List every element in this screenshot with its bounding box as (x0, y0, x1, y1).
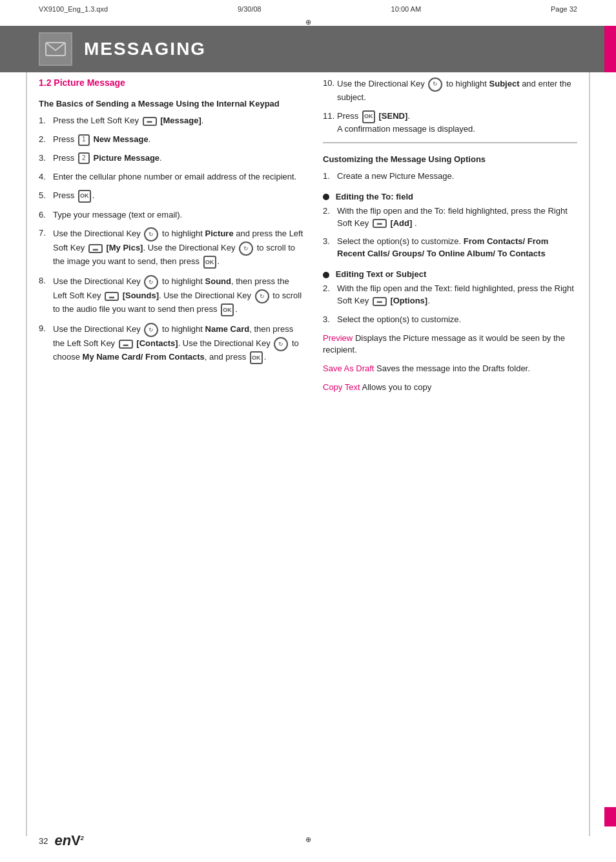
step-num: 11. (323, 110, 337, 123)
edge-line-right (589, 26, 590, 836)
step-num: 1. (39, 115, 53, 127)
dir-icon: ↻ (274, 337, 288, 351)
customize-steps: 1. Create a new Picture Message. (323, 170, 577, 183)
ok-icon: OK (362, 110, 375, 123)
step-num: 3. (323, 236, 337, 248)
step-content: Type your message (text or email). (53, 209, 303, 221)
list-item: 1. Create a new Picture Message. (323, 170, 577, 183)
step-content: With the flip open and the Text: field h… (337, 283, 577, 307)
envelope-icon (45, 41, 66, 57)
step-content: Use the Directional Key ↻ to highlight S… (53, 275, 303, 316)
left-steps-list: 1. Press the Left Soft Key ▬ [Message]. … (39, 115, 303, 364)
file-time: 10:00 AM (391, 5, 421, 13)
option-label: Save As Draft (323, 364, 374, 373)
num2-icon: 2 (78, 152, 90, 164)
bullet-dot (323, 272, 329, 278)
step-content: Use the Directional Key ↻ to highlight S… (337, 77, 577, 104)
list-item: 2. With the flip open and the To: field … (323, 205, 577, 230)
step-num: 5. (39, 190, 53, 202)
dir-icon: ↻ (144, 275, 158, 289)
step-content: Enter the cellular phone number or email… (53, 171, 303, 183)
file-info-bar: VX9100_Eng_1.3.qxd 9/30/08 10:00 AM Page… (39, 5, 577, 13)
dir-icon: ↻ (144, 323, 158, 337)
option-preview: Preview Displays the Picture message as … (323, 333, 577, 357)
step-num: 1. (323, 170, 337, 183)
bullet-section-to-field: Editing the To: field (323, 192, 577, 201)
list-item: 2. With the flip open and the Text: fiel… (323, 283, 577, 307)
ok-icon: OK (78, 190, 91, 203)
dir-icon: ↻ (428, 77, 442, 92)
option-label: Copy Text (323, 382, 360, 392)
dir-icon: ↻ (255, 289, 269, 303)
option-copy-text: Copy Text Allows you to copy (323, 382, 577, 394)
subsection-title: The Basics of Sending a Message Using th… (39, 98, 303, 110)
step-content: Press 1 New Message. (53, 134, 303, 146)
list-item: 7. Use the Directional Key ↻ to highligh… (39, 227, 303, 269)
step-num: 9. (39, 323, 53, 335)
softkey-icon: ▬ (105, 292, 119, 301)
step-num: 3. (39, 152, 53, 165)
step-num: 10. (323, 77, 337, 90)
step-content: Press OK. (53, 190, 303, 203)
list-item: 5. Press OK. (39, 190, 303, 203)
list-item: 6. Type your message (text or email). (39, 209, 303, 221)
header-icon-box (39, 32, 72, 66)
option-description: Saves the message into the Drafts folder… (376, 364, 530, 373)
list-item: 3. Select the option(s) to customize. (323, 314, 577, 326)
step-content: Create a new Picture Message. (337, 170, 577, 183)
step-num: 2. (39, 134, 53, 146)
step-num: 4. (39, 171, 53, 183)
step-content: Press 2 Picture Message. (53, 152, 303, 165)
step-num: 2. (323, 283, 337, 295)
list-item: 1. Press the Left Soft Key ▬ [Message]. (39, 115, 303, 127)
step-content: Select the option(s) to customize. From … (337, 236, 577, 260)
bullet-section-text: Editing Text or Subject (323, 269, 577, 279)
list-item: 3. Press 2 Picture Message. (39, 152, 303, 165)
num1-icon: 1 (78, 134, 90, 146)
option-description: Displays the Picture message as it would… (323, 333, 565, 355)
to-field-steps: 2. With the flip open and the To: field … (323, 205, 577, 260)
step-num: 3. (323, 314, 337, 326)
step-content: Use the Directional Key ↻ to highlight N… (53, 323, 303, 364)
file-date: 9/30/08 (238, 5, 262, 13)
filename: VX9100_Eng_1.3.qxd (39, 5, 108, 13)
divider (323, 142, 577, 143)
right-steps-list: 10. Use the Directional Key ↻ to highlig… (323, 77, 577, 136)
softkey-icon: ▬ (143, 117, 157, 126)
page-number: 32 (39, 836, 48, 846)
ok-icon: OK (203, 256, 216, 269)
main-content: 1.2 Picture Message The Basics of Sendin… (39, 77, 577, 823)
brand-logo: enV2 (54, 832, 83, 849)
list-item: 8. Use the Directional Key ↻ to highligh… (39, 275, 303, 316)
step-content: Press OK [SEND]. A confirmation message … (337, 110, 577, 136)
step-num: 6. (39, 209, 53, 221)
section-title: 1.2 Picture Message (39, 77, 303, 88)
right-column: 10. Use the Directional Key ↻ to highlig… (323, 77, 577, 823)
header-title: MESSAGING (84, 39, 206, 59)
step-num: 8. (39, 275, 53, 287)
list-item: 10. Use the Directional Key ↻ to highlig… (323, 77, 577, 104)
bullet-label: Editing Text or Subject (336, 269, 427, 279)
bullet-dot (323, 194, 329, 200)
softkey-icon: ▬ (373, 219, 387, 228)
step-num: 2. (323, 205, 337, 218)
text-subject-steps: 2. With the flip open and the Text: fiel… (323, 283, 577, 326)
file-page: Page 32 (551, 5, 577, 13)
ok-icon: OK (221, 303, 234, 316)
left-column: 1.2 Picture Message The Basics of Sendin… (39, 77, 303, 823)
ok-icon: OK (250, 351, 263, 364)
softkey-icon: ▬ (119, 340, 133, 349)
list-item: 3. Select the option(s) to customize. Fr… (323, 236, 577, 260)
step-content: Press the Left Soft Key ▬ [Message]. (53, 115, 303, 127)
step-content: Select the option(s) to customize. (337, 314, 577, 326)
bullet-label: Editing the To: field (336, 192, 413, 201)
dir-icon: ↻ (144, 227, 158, 241)
option-save-draft: Save As Draft Saves the message into the… (323, 363, 577, 375)
softkey-icon: ▬ (88, 244, 103, 253)
header: MESSAGING (0, 26, 616, 72)
list-item: 9. Use the Directional Key ↻ to highligh… (39, 323, 303, 364)
list-item: 2. Press 1 New Message. (39, 134, 303, 146)
pink-accent-bottom (604, 807, 616, 826)
edge-line-left (26, 26, 27, 836)
option-description: Allows you to copy (362, 382, 431, 392)
